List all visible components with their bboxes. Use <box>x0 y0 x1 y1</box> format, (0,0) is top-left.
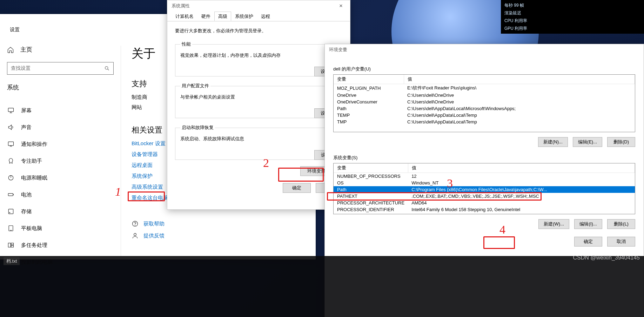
group-desc: 与登录帐户相关的桌面设置 <box>180 94 337 100</box>
sys-delete-button[interactable]: 删除(L) <box>607 219 635 229</box>
table-row[interactable]: PathC:\Program Files (x86)\Common Files\… <box>334 186 635 193</box>
var-name: MOZ_PLUGIN_PATH <box>334 84 404 92</box>
var-name: OneDriveConsumer <box>334 99 404 105</box>
tablet-icon <box>7 224 15 232</box>
sysprop-title: 系统属性 <box>172 3 190 9</box>
var-value: AMD64 <box>408 200 635 206</box>
tab-4[interactable]: 远程 <box>257 12 274 21</box>
taskbar[interactable]: 档.txt <box>0 256 644 317</box>
table-row[interactable]: OneDriveC:\Users\dell\OneDrive <box>334 92 635 99</box>
table-row[interactable]: PATHEXT.COM;.EXE;.BAT;.CMD;.VBS;.VBE;.JS… <box>334 193 635 200</box>
sidebar-item-battery[interactable]: 电池 <box>7 186 114 203</box>
home-icon <box>7 46 14 53</box>
group-title: 性能 <box>180 41 192 47</box>
var-value: Intel64 Family 6 Model 158 Stepping 10, … <box>408 206 635 213</box>
svg-point-20 <box>134 233 136 236</box>
tab-1[interactable]: 硬件 <box>197 12 214 21</box>
table-row[interactable]: MOZ_PLUGIN_PATHE:\软件\Foxit Reader Plus\p… <box>334 84 635 92</box>
var-name: PROCESSOR_LEVEL <box>334 213 408 214</box>
sys-edit-button[interactable]: 编辑(I)... <box>574 219 602 229</box>
focus-icon <box>7 157 15 165</box>
table-row[interactable]: TEMPC:\Users\dell\AppData\Local\Temp <box>334 112 635 119</box>
help-icon <box>132 220 139 227</box>
sidebar-home-label: 主页 <box>20 46 32 54</box>
table-row[interactable]: OSWindows_NT <box>334 180 635 186</box>
sys-vars-table[interactable]: 变量 值 NUMBER_OF_PROCESSORS12OSWindows_NTP… <box>333 163 635 214</box>
search-input[interactable]: 查找设置 <box>7 62 114 75</box>
svg-rect-2 <box>8 108 14 112</box>
sidebar-item-storage[interactable]: 存储 <box>7 203 114 220</box>
envvar-cancel-button[interactable]: 取消 <box>607 237 635 247</box>
col-value[interactable]: 值 <box>408 163 635 173</box>
var-name: OneDrive <box>334 92 404 99</box>
close-icon[interactable]: × <box>334 2 348 9</box>
col-variable[interactable]: 变量 <box>334 75 404 84</box>
svg-line-1 <box>108 69 109 70</box>
envvar-ok-button[interactable]: 确定 <box>574 237 602 247</box>
col-value[interactable]: 值 <box>404 75 635 84</box>
table-row[interactable]: PROCESSOR_LEVEL6 <box>334 213 635 214</box>
var-name: Path <box>334 105 404 112</box>
sidebar-home[interactable]: 主页 <box>7 46 114 54</box>
user-delete-button[interactable]: 删除(D) <box>607 137 635 147</box>
sysprop-notice: 要进行大多数更改，你必须作为管理员登录。 <box>175 28 342 34</box>
performance-group: 性能 视觉效果，处理器计划，内存使用，以及虚拟内存 设置(S) <box>175 41 342 76</box>
var-name: PATHEXT <box>334 193 408 200</box>
user-edit-button[interactable]: 编辑(E)... <box>573 137 602 147</box>
sidebar-item-focus[interactable]: 专注助手 <box>7 153 114 169</box>
tab-2[interactable]: 高级 <box>214 12 231 21</box>
tab-3[interactable]: 系统保护 <box>231 12 257 21</box>
svg-point-19 <box>135 225 135 225</box>
var-value: C:\Users\dell\AppData\Local\Temp <box>404 112 635 119</box>
perf-line: 每秒 99 帧 <box>504 1 640 9</box>
var-name: TMP <box>334 119 404 125</box>
var-value: Windows_NT <box>408 180 635 186</box>
var-value: C:\Users\dell\AppData\Local\Temp <box>404 119 635 125</box>
var-name: OS <box>334 180 408 186</box>
sidebar-item-sound[interactable]: 声音 <box>7 119 114 136</box>
table-row[interactable]: PathC:\Users\dell\AppData\Local\Microsof… <box>334 105 635 112</box>
ok-button[interactable]: 确定 <box>283 183 311 193</box>
var-value: C:\Users\dell\AppData\Local\Microsoft\Wi… <box>404 105 635 112</box>
group-title: 用户配置文件 <box>180 83 210 89</box>
settings-sidebar: 主页 查找设置 系统 屏幕声音通知和操作专注助手电源和睡眠电池存储平板电脑多任务… <box>0 46 121 259</box>
perf-line: 渲染延迟 <box>504 9 640 17</box>
svg-point-0 <box>105 67 108 69</box>
svg-point-11 <box>9 213 10 213</box>
user-new-button[interactable]: 新建(N)... <box>538 137 568 147</box>
sys-new-button[interactable]: 新建(W)... <box>538 219 569 229</box>
sidebar-item-label: 声音 <box>21 124 32 131</box>
power-icon <box>7 174 15 182</box>
svg-rect-16 <box>11 245 14 247</box>
sidebar-item-label: 屏幕 <box>21 107 32 114</box>
var-name: Path <box>334 186 408 193</box>
notify-icon <box>7 140 15 148</box>
sidebar-item-multitask[interactable]: 多任务处理 <box>7 237 114 254</box>
var-name: NUMBER_OF_PROCESSORS <box>334 173 408 180</box>
table-row[interactable]: TMPC:\Users\dell\AppData\Local\Temp <box>334 119 635 125</box>
sidebar-item-notify[interactable]: 通知和操作 <box>7 136 114 153</box>
sidebar-item-label: 多任务处理 <box>21 242 47 249</box>
sidebar-item-power[interactable]: 电源和睡眠 <box>7 169 114 186</box>
system-properties-dialog: 系统属性 × 计算机名硬件高级系统保护远程 要进行大多数更改，你必须作为管理员登… <box>167 0 350 210</box>
table-row[interactable]: OneDriveConsumerC:\Users\dell\OneDrive <box>334 99 635 105</box>
table-row[interactable]: NUMBER_OF_PROCESSORS12 <box>334 173 635 180</box>
sidebar-item-tablet[interactable]: 平板电脑 <box>7 220 114 237</box>
table-row[interactable]: PROCESSOR_IDENTIFIERIntel64 Family 6 Mod… <box>334 206 635 213</box>
var-value: C:\Users\dell\OneDrive <box>404 92 635 99</box>
var-name: TEMP <box>334 112 404 119</box>
svg-rect-8 <box>8 194 13 196</box>
taskbar-file[interactable]: 档.txt <box>4 257 20 265</box>
var-value: 12 <box>408 173 635 180</box>
col-variable[interactable]: 变量 <box>334 163 408 173</box>
user-vars-table[interactable]: 变量 值 MOZ_PLUGIN_PATHE:\软件\Foxit Reader P… <box>333 74 635 132</box>
user-vars-label: dell 的用户变量(U) <box>333 66 635 72</box>
sidebar-item-display[interactable]: 屏幕 <box>7 102 114 119</box>
var-value: E:\软件\Foxit Reader Plus\plugins\ <box>404 84 635 92</box>
sidebar-item-label: 专注助手 <box>21 158 42 164</box>
group-desc: 系统启动、系统故障和调试信息 <box>180 136 337 142</box>
get-help-link[interactable]: 获取帮助 <box>132 220 305 227</box>
feedback-link[interactable]: 提供反馈 <box>132 232 305 239</box>
tab-0[interactable]: 计算机名 <box>172 12 197 21</box>
table-row[interactable]: PROCESSOR_ARCHITECTUREAMD64 <box>334 200 635 206</box>
